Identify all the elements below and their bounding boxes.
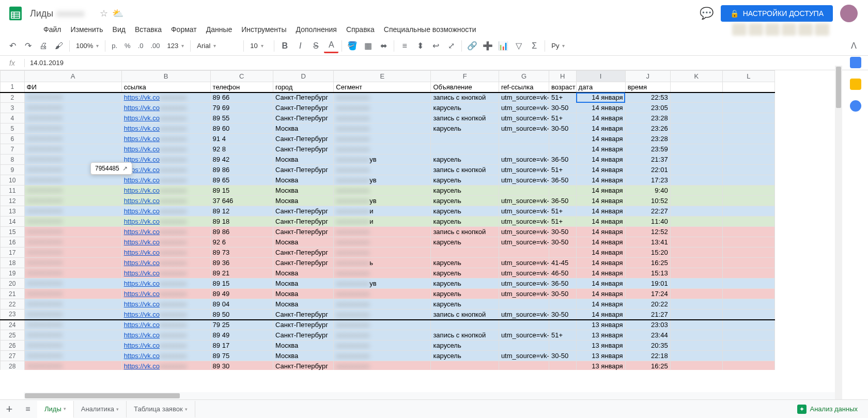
cell[interactable]: 13 января — [576, 351, 625, 361]
row-header[interactable]: 26 — [1, 340, 25, 351]
cell[interactable] — [499, 299, 549, 309]
cell[interactable]: 14 января — [576, 154, 625, 165]
cell[interactable]: 14 января — [576, 206, 625, 216]
row-header[interactable]: 22 — [1, 299, 25, 309]
row-header[interactable]: 15 — [1, 227, 25, 237]
cell[interactable] — [499, 134, 549, 144]
cell[interactable]: 10:52 — [625, 196, 670, 206]
cell[interactable]: XXXXXXXX — [24, 258, 121, 268]
sheet-tab[interactable]: Таблица заявок — [127, 401, 195, 417]
cell[interactable]: 14 января — [576, 144, 625, 154]
col-header[interactable]: C — [210, 71, 273, 82]
cell[interactable]: 41-45 — [549, 258, 576, 268]
rotate-icon[interactable]: ⤢ — [444, 39, 458, 53]
vertical-scrollbar[interactable] — [835, 66, 842, 399]
cell[interactable]: 14 января — [576, 185, 625, 196]
cell[interactable]: 89 15 — [210, 278, 273, 289]
cell[interactable]: Санкт-Петербург — [273, 206, 333, 216]
menu-Справка[interactable]: Справка — [342, 23, 379, 36]
text-color-icon[interactable]: A — [324, 39, 338, 53]
cell[interactable]: карусель — [431, 268, 499, 278]
cell[interactable]: 14 января — [576, 134, 625, 144]
cell[interactable]: https://vk.coxxxxxxxx — [121, 92, 210, 103]
cell[interactable]: utm_source=vk- — [499, 330, 549, 340]
cell[interactable] — [670, 278, 722, 289]
cell[interactable]: https://vk.coxxxxxxxx — [121, 134, 210, 144]
undo-icon[interactable]: ↶ — [5, 39, 20, 53]
cell[interactable]: карусель — [431, 154, 499, 165]
keep-addon-icon[interactable] — [850, 79, 861, 90]
cell[interactable] — [670, 361, 722, 370]
cell[interactable]: xxxxxxxxxx — [334, 299, 431, 309]
cell[interactable]: 19:01 — [625, 278, 670, 289]
cell[interactable]: Санкт-Петербург — [273, 361, 333, 370]
cell[interactable] — [549, 299, 576, 309]
col-header[interactable]: E — [334, 71, 431, 82]
cell[interactable]: Санкт-Петербург — [273, 320, 333, 330]
cell[interactable]: 89 65 — [210, 175, 273, 185]
cell[interactable] — [722, 165, 774, 175]
cell[interactable]: XXXXXXXX — [24, 216, 121, 227]
cell[interactable] — [670, 165, 722, 175]
cell[interactable]: запись с кнопкой — [431, 92, 499, 103]
cell[interactable]: xxxxxxxxxx — [334, 92, 431, 103]
increase-decimal[interactable]: .00 — [148, 42, 163, 50]
cell[interactable]: 30-50 — [549, 237, 576, 247]
cell[interactable]: xxxxxxxxxx — [334, 247, 431, 258]
cell[interactable]: 22:01 — [625, 165, 670, 175]
cell[interactable]: 9:40 — [625, 185, 670, 196]
cell[interactable]: 89 49 — [210, 330, 273, 340]
cell[interactable]: 89 55 — [210, 113, 273, 123]
menu-Формат[interactable]: Формат — [166, 23, 202, 36]
row-header[interactable]: 21 — [1, 289, 25, 299]
cell[interactable]: xxxxxxxxxx — [334, 185, 431, 196]
cell[interactable]: xxxxxxxxxx — [334, 144, 431, 154]
cell[interactable]: https://vk.coxxxxxxxx — [121, 309, 210, 320]
cell[interactable] — [670, 123, 722, 134]
cell[interactable]: Москва — [273, 237, 333, 247]
cell[interactable]: xxxxxxxxxx — [334, 289, 431, 299]
cell[interactable]: https://vk.coxxxxxxxx — [121, 175, 210, 185]
col-header[interactable]: L — [722, 71, 774, 82]
cell[interactable]: 30-50 — [549, 227, 576, 237]
row-header[interactable]: 1 — [1, 82, 25, 92]
comments-icon[interactable]: 💬 — [700, 7, 714, 20]
cell[interactable]: 51+ — [549, 113, 576, 123]
font-size-select[interactable]: 10 — [247, 42, 271, 50]
calendar-addon-icon[interactable] — [850, 57, 861, 68]
cell[interactable]: utm_source=vk- — [499, 165, 549, 175]
cell[interactable]: https://vk.coxxxxxxxx — [121, 299, 210, 309]
cell[interactable]: XXXXXXXX — [24, 185, 121, 196]
cell[interactable]: XXXXXXXX — [24, 144, 121, 154]
cell[interactable]: https://vk.coxxxxxxxx — [121, 278, 210, 289]
avatar[interactable] — [840, 5, 858, 22]
row-header[interactable]: 7 — [1, 144, 25, 154]
cell[interactable] — [670, 196, 722, 206]
col-header[interactable]: H — [549, 71, 576, 82]
cell[interactable]: XXXXXXXX — [24, 196, 121, 206]
header-cell[interactable]: дата — [576, 82, 625, 92]
more-formats[interactable]: 123 — [164, 42, 188, 50]
cell[interactable] — [722, 185, 774, 196]
cell[interactable]: utm_source=vk- — [499, 113, 549, 123]
cell[interactable] — [670, 268, 722, 278]
cell[interactable]: https://vk.coxxxxxxxx — [121, 361, 210, 370]
cell[interactable]: 89 15 — [210, 185, 273, 196]
cell[interactable]: utm_source=vk- — [499, 227, 549, 237]
paint-format-icon[interactable]: 🖌 — [52, 39, 66, 53]
cell[interactable]: https://vk.coxxxxxxxx — [121, 196, 210, 206]
cell[interactable]: Санкт-Петербург — [273, 92, 333, 103]
cell[interactable]: карусель — [431, 103, 499, 113]
cell[interactable]: 14 января — [576, 196, 625, 206]
cell[interactable]: карусель — [431, 175, 499, 185]
cell[interactable]: utm_source=vk- — [499, 289, 549, 299]
cell[interactable]: запись с кнопкой — [431, 113, 499, 123]
cell[interactable]: 13 января — [576, 340, 625, 351]
currency-btn[interactable]: р. — [109, 42, 120, 50]
row-header[interactable]: 3 — [1, 103, 25, 113]
cell[interactable]: запись с кнопкой — [431, 165, 499, 175]
horizontal-scrollbar[interactable] — [24, 392, 835, 399]
cell[interactable]: 21:37 — [625, 154, 670, 165]
cell[interactable] — [722, 278, 774, 289]
cell[interactable]: 89 86 — [210, 165, 273, 175]
